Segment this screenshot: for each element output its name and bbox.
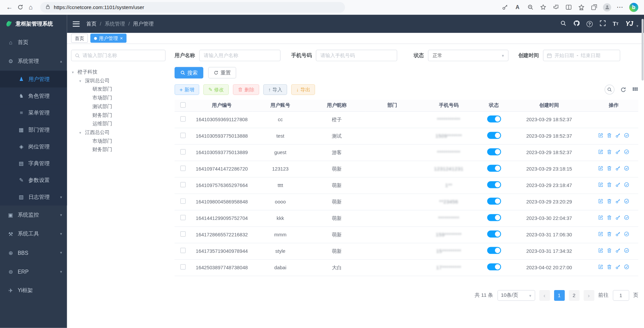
delete-button[interactable]: 删除	[233, 84, 259, 95]
row-checkbox[interactable]	[180, 133, 186, 138]
add-button[interactable]: 新增	[175, 84, 199, 95]
sidebar-item[interactable]: ≡ 菜单管理	[0, 104, 67, 121]
prev-page-button[interactable]: ‹	[539, 290, 550, 300]
row-delete-icon[interactable]	[607, 149, 612, 154]
row-assign-role-icon[interactable]	[624, 264, 629, 270]
row-checkbox[interactable]	[180, 248, 186, 253]
status-toggle[interactable]	[487, 115, 501, 123]
read-aloud-icon[interactable]	[514, 3, 521, 11]
tree-node[interactable]: 研发部门	[71, 85, 165, 94]
favorites-add-icon[interactable]	[539, 3, 547, 11]
row-reset-password-icon[interactable]	[615, 231, 621, 237]
status-toggle[interactable]	[487, 198, 501, 205]
breadcrumb-home[interactable]: 首页	[86, 20, 97, 28]
column-settings-icon[interactable]	[632, 87, 638, 93]
header-search-icon[interactable]	[560, 20, 566, 28]
tree-node[interactable]: ▾ 橙子科技	[71, 68, 165, 77]
tree-node[interactable]: 财务部门	[71, 111, 165, 120]
row-checkbox[interactable]	[180, 215, 186, 220]
row-edit-icon[interactable]	[598, 182, 603, 187]
browser-menu-icon[interactable]	[616, 3, 624, 11]
browser-profile-avatar[interactable]	[603, 3, 611, 11]
row-checkbox[interactable]	[180, 166, 186, 171]
row-checkbox[interactable]	[180, 116, 186, 122]
status-toggle[interactable]	[487, 247, 501, 254]
browser-home-icon[interactable]	[26, 2, 36, 13]
row-edit-icon[interactable]	[598, 215, 603, 220]
row-assign-role-icon[interactable]	[624, 149, 629, 154]
row-delete-icon[interactable]	[607, 198, 612, 204]
status-toggle[interactable]	[487, 132, 501, 139]
row-assign-role-icon[interactable]	[624, 166, 629, 171]
sidebar-item[interactable]: ♞ 角色管理	[0, 88, 67, 104]
row-assign-role-icon[interactable]	[624, 198, 629, 204]
favorites-bar-icon[interactable]	[578, 3, 585, 11]
row-edit-icon[interactable]	[598, 198, 603, 204]
tab[interactable]: 首页	[71, 34, 88, 43]
status-toggle[interactable]	[487, 231, 501, 238]
tree-node[interactable]: 市场部门	[71, 137, 165, 146]
sidebar-item[interactable]: ⚙ 系统管理 ▴	[0, 52, 67, 71]
row-delete-icon[interactable]	[607, 215, 612, 220]
search-button[interactable]: 搜索	[175, 67, 203, 78]
row-assign-role-icon[interactable]	[624, 215, 629, 220]
split-screen-icon[interactable]	[565, 3, 572, 11]
table-refresh-icon[interactable]	[620, 87, 626, 93]
tree-node[interactable]: 测试部门	[71, 102, 165, 111]
row-reset-password-icon[interactable]	[615, 133, 621, 138]
page-button[interactable]: 1	[554, 290, 564, 300]
sidebar-item[interactable]: ♟ 用户管理	[0, 71, 67, 88]
row-checkbox[interactable]	[180, 149, 186, 154]
scrollbar-thumb[interactable]	[642, 19, 644, 81]
sidebar-item[interactable]: ⊕ BBS ▾	[0, 243, 67, 262]
status-toggle[interactable]	[487, 165, 501, 172]
row-reset-password-icon[interactable]	[615, 198, 621, 204]
browser-back-icon[interactable]	[4, 2, 15, 13]
tree-node[interactable]: ▾ 江西总公司	[71, 128, 165, 137]
page-size-select[interactable]: 10条/页	[497, 290, 535, 300]
sidebar-item[interactable]: ✎ 参数设置	[0, 172, 67, 189]
export-button[interactable]: 导出	[291, 84, 315, 95]
row-checkbox[interactable]	[180, 198, 186, 204]
next-page-button[interactable]: ›	[584, 290, 594, 300]
row-checkbox[interactable]	[180, 182, 186, 187]
github-icon[interactable]	[573, 20, 579, 28]
sidebar-item[interactable]: ◈ 岗位管理	[0, 138, 67, 155]
row-delete-icon[interactable]	[607, 182, 612, 187]
table-search-toggle-icon[interactable]	[605, 85, 614, 94]
collections-icon[interactable]	[590, 3, 598, 11]
tree-node[interactable]: 市场部门	[71, 94, 165, 102]
row-edit-icon[interactable]	[598, 133, 603, 138]
sidebar-item[interactable]: ✈ Yi框架	[0, 281, 67, 300]
import-button[interactable]: 导入	[263, 84, 287, 95]
tree-node[interactable]: 运维部门	[71, 120, 165, 128]
goto-page-input[interactable]	[612, 290, 629, 300]
avatar-dropdown-icon[interactable]: ▾	[636, 24, 638, 28]
row-assign-role-icon[interactable]	[624, 133, 629, 138]
row-assign-role-icon[interactable]	[624, 248, 629, 253]
collapse-sidebar-icon[interactable]	[73, 21, 80, 27]
extensions-icon[interactable]	[552, 3, 559, 11]
row-delete-icon[interactable]	[607, 133, 612, 138]
row-delete-icon[interactable]	[607, 231, 612, 237]
user-avatar[interactable]: YJ	[626, 20, 633, 28]
row-delete-icon[interactable]	[607, 166, 612, 171]
row-assign-role-icon[interactable]	[624, 231, 629, 237]
help-icon[interactable]	[587, 21, 593, 27]
row-assign-role-icon[interactable]	[624, 182, 629, 187]
status-toggle[interactable]	[487, 181, 501, 188]
breadcrumb-system[interactable]: 系统管理	[104, 20, 125, 28]
row-edit-icon[interactable]	[598, 264, 603, 270]
username-input[interactable]	[199, 50, 281, 61]
font-size-icon[interactable]	[613, 20, 618, 28]
row-reset-password-icon[interactable]	[615, 182, 621, 187]
status-toggle[interactable]	[487, 214, 501, 221]
password-key-icon[interactable]	[501, 3, 508, 11]
row-edit-icon[interactable]	[598, 231, 603, 237]
page-button[interactable]: 2	[568, 290, 579, 300]
row-delete-icon[interactable]	[607, 248, 612, 253]
sidebar-item[interactable]: ▦ 部门管理	[0, 121, 67, 138]
row-checkbox[interactable]	[180, 264, 186, 270]
address-bar[interactable]: https://ccnetcore.com:1101/system/user	[40, 2, 345, 13]
sidebar-item[interactable]: ⚒ 系统工具 ▾	[0, 224, 67, 243]
